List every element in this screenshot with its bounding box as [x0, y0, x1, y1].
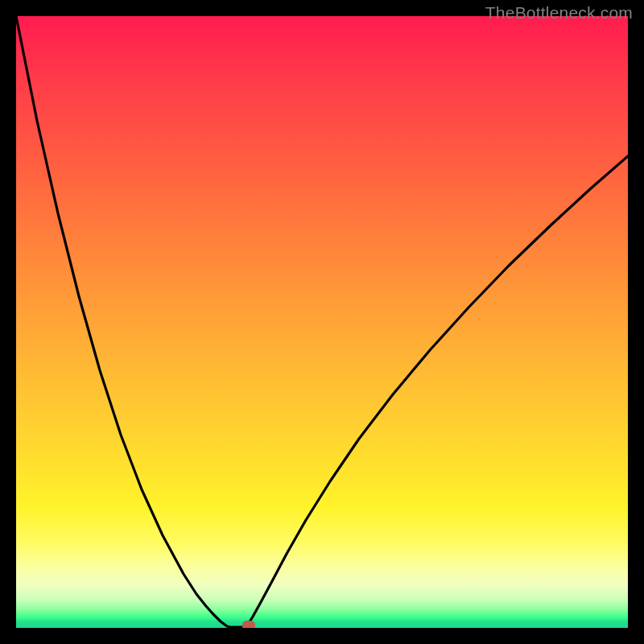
watermark-text: TheBottleneck.com	[485, 3, 633, 23]
plot-area	[16, 16, 628, 628]
optimum-marker	[242, 621, 255, 628]
curve-path	[16, 16, 628, 627]
chart-frame: TheBottleneck.com	[0, 0, 644, 644]
bottleneck-curve	[16, 16, 628, 628]
